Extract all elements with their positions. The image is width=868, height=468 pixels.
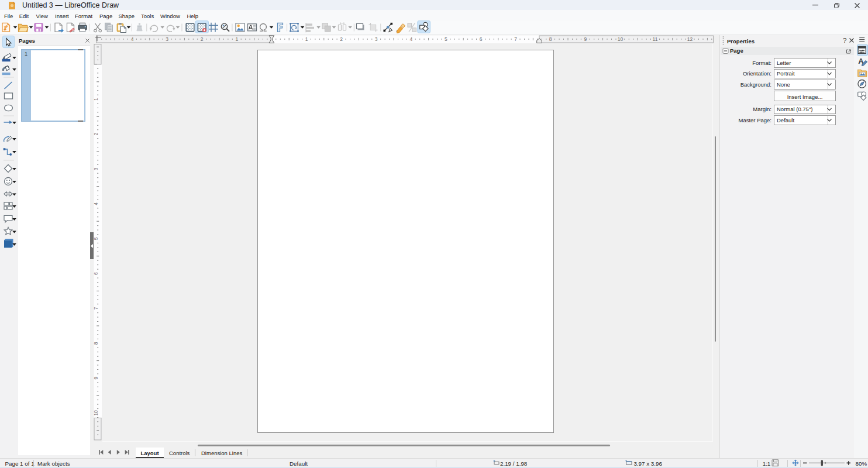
svg-text:2: 2	[201, 36, 204, 42]
svg-text:6: 6	[480, 36, 483, 42]
svg-text:4: 4	[409, 36, 412, 42]
svg-text:2: 2	[340, 36, 343, 42]
svg-text:1: 1	[235, 36, 238, 42]
svg-text:7: 7	[514, 36, 517, 42]
svg-text:3: 3	[93, 167, 99, 170]
svg-text:5: 5	[445, 36, 447, 42]
svg-text:6: 6	[93, 272, 99, 275]
svg-text:4: 4	[93, 202, 99, 205]
svg-text:8: 8	[549, 36, 552, 42]
svg-text:1: 1	[93, 98, 99, 101]
svg-text:1: 1	[305, 36, 308, 42]
svg-text:2: 2	[93, 133, 99, 136]
svg-text:4: 4	[131, 36, 134, 42]
svg-text:10: 10	[93, 410, 99, 416]
svg-text:12: 12	[687, 36, 693, 42]
svg-text:8: 8	[93, 342, 99, 345]
svg-text:9: 9	[584, 36, 587, 42]
svg-text:3: 3	[166, 36, 168, 42]
svg-text:11: 11	[653, 36, 658, 42]
svg-text:3: 3	[375, 36, 378, 42]
svg-text:5: 5	[93, 237, 99, 240]
svg-text:10: 10	[618, 36, 624, 42]
svg-text:9: 9	[93, 377, 99, 380]
svg-text:7: 7	[93, 307, 99, 310]
